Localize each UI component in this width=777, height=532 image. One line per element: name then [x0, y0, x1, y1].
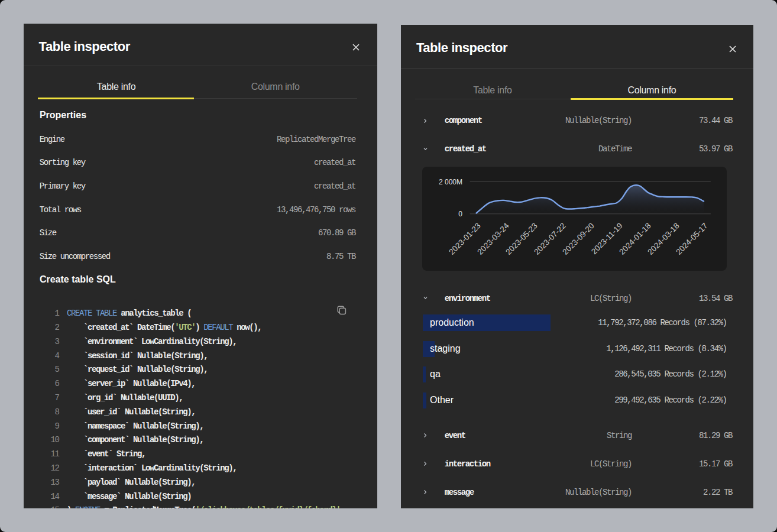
svg-text:2 000M: 2 000M: [439, 177, 462, 186]
svg-text:0: 0: [459, 209, 463, 218]
